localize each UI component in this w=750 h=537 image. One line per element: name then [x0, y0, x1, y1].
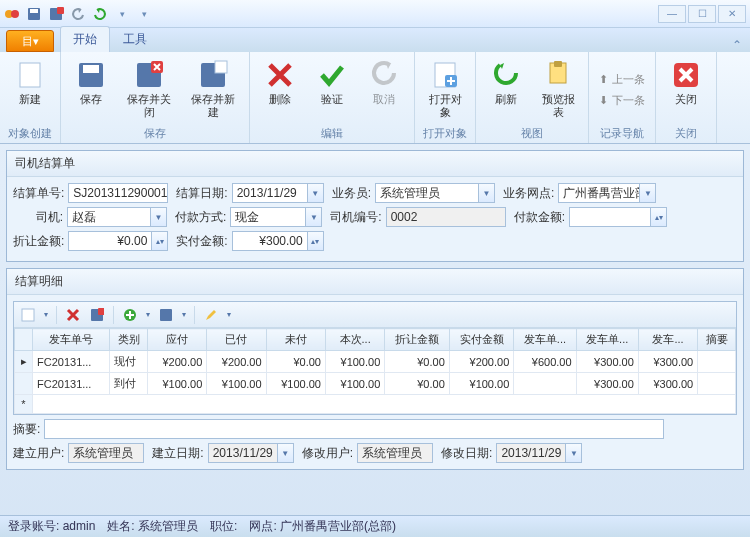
qat-dropdown-icon[interactable]: ▾	[114, 6, 130, 22]
statusbar: 登录账号: admin 姓名: 系统管理员 职位: 网点: 广州番禺营业部(总部…	[0, 515, 750, 537]
spinner-icon[interactable]: ▴▾	[650, 208, 666, 226]
table-row[interactable]: FC20131...到付¥100.00¥100.00¥100.00¥100.00…	[15, 373, 736, 395]
driver-field[interactable]: 赵磊▼	[67, 207, 167, 227]
ribbon-collapse-icon[interactable]: ⌃	[724, 38, 750, 52]
close-button[interactable]: 关闭	[662, 56, 710, 124]
column-header[interactable]: 应付	[147, 329, 206, 351]
redo-icon[interactable]	[92, 6, 108, 22]
cell[interactable]: ¥0.00	[385, 373, 450, 395]
cell[interactable]: 到付	[110, 373, 148, 395]
app-menu-button[interactable]: 目▾	[6, 30, 54, 52]
delete-button[interactable]: 删除	[256, 56, 304, 124]
next-record-button[interactable]: ⬇下一条	[595, 91, 649, 110]
dropdown-icon[interactable]: ▼	[639, 184, 655, 202]
column-header[interactable]: 已付	[207, 329, 266, 351]
cell[interactable]	[698, 373, 736, 395]
dropdown-icon[interactable]: ▼	[305, 208, 321, 226]
add-icon[interactable]	[122, 307, 138, 323]
table-row[interactable]: ▸FC20131...现付¥200.00¥200.00¥0.00¥100.00¥…	[15, 351, 736, 373]
tab-start[interactable]: 开始	[60, 26, 110, 52]
column-header[interactable]: 发车单...	[576, 329, 638, 351]
save-grid-icon[interactable]	[158, 307, 174, 323]
cell[interactable]: FC20131...	[33, 351, 110, 373]
status-branch: 网点: 广州番禺营业部(总部)	[249, 518, 396, 535]
save-row-icon[interactable]	[89, 307, 105, 323]
summary-label: 摘要:	[13, 421, 40, 438]
column-header[interactable]: 摘要	[698, 329, 736, 351]
minimize-button[interactable]: —	[658, 5, 686, 23]
column-header[interactable]: 折让金额	[385, 329, 450, 351]
delete-row-icon[interactable]	[65, 307, 81, 323]
cell[interactable]: ¥200.00	[449, 351, 514, 373]
clerk-field[interactable]: 系统管理员▼	[375, 183, 495, 203]
save-button[interactable]: 保存	[67, 56, 115, 124]
actual-field[interactable]: ¥300.00▴▾	[232, 231, 324, 251]
cell[interactable]: ¥600.00	[514, 351, 576, 373]
save-close-button[interactable]: 保存并关闭	[119, 56, 179, 124]
cell[interactable]: FC20131...	[33, 373, 110, 395]
close-window-button[interactable]: ✕	[718, 5, 746, 23]
modify-date-field: 2013/11/29▼	[496, 443, 582, 463]
dropdown-icon[interactable]: ▼	[307, 184, 323, 202]
tab-tools[interactable]: 工具	[110, 26, 160, 52]
cell[interactable]: ¥200.00	[147, 351, 206, 373]
branch-field[interactable]: 广州番禺营业部▼	[558, 183, 656, 203]
qat-dropdown-icon-2[interactable]: ▾	[136, 6, 152, 22]
cell[interactable]: ¥200.00	[207, 351, 266, 373]
cell[interactable]: ¥100.00	[325, 351, 384, 373]
bill-no-field[interactable]: SJ201311290001	[68, 183, 168, 203]
column-header[interactable]: 未付	[266, 329, 325, 351]
cell[interactable]	[698, 351, 736, 373]
cell[interactable]: ¥0.00	[385, 351, 450, 373]
cell[interactable]: ¥300.00	[638, 351, 697, 373]
cell[interactable]: ¥100.00	[207, 373, 266, 395]
cell[interactable]: ¥100.00	[325, 373, 384, 395]
modify-user-label: 修改用户:	[302, 445, 353, 462]
new-row[interactable]: *	[15, 395, 736, 414]
summary-field[interactable]	[44, 419, 664, 439]
pay-method-field[interactable]: 现金▼	[230, 207, 322, 227]
cell[interactable]: ¥300.00	[576, 373, 638, 395]
bill-date-label: 结算日期:	[176, 185, 227, 202]
discount-field[interactable]: ¥0.00▴▾	[68, 231, 168, 251]
modify-date-label: 修改日期:	[441, 445, 492, 462]
edit-icon[interactable]	[203, 307, 219, 323]
pay-amt-label: 付款金额:	[514, 209, 565, 226]
preview-button[interactable]: 预览报表	[534, 56, 582, 124]
refresh-button[interactable]: 刷新	[482, 56, 530, 124]
cell[interactable]: ¥0.00	[266, 351, 325, 373]
column-header[interactable]: 发车单...	[514, 329, 576, 351]
prev-record-button[interactable]: ⬆上一条	[595, 70, 649, 89]
status-name: 姓名: 系统管理员	[107, 518, 198, 535]
new-button[interactable]: 新建	[6, 56, 54, 124]
dropdown-icon[interactable]: ▼	[478, 184, 494, 202]
column-header[interactable]: 本次...	[325, 329, 384, 351]
pay-amt-field[interactable]: ▴▾	[569, 207, 667, 227]
column-header[interactable]: 类别	[110, 329, 148, 351]
validate-button[interactable]: 验证	[308, 56, 356, 124]
column-header[interactable]: 实付金额	[449, 329, 514, 351]
cell[interactable]: ¥300.00	[638, 373, 697, 395]
save-new-button[interactable]: 保存并新建	[183, 56, 243, 124]
spinner-icon[interactable]: ▴▾	[151, 232, 167, 250]
cancel-button[interactable]: 取消	[360, 56, 408, 124]
column-header[interactable]: 发车单号	[33, 329, 110, 351]
open-object-button[interactable]: 打开对象	[421, 56, 469, 124]
bill-date-field[interactable]: 2013/11/29▼	[232, 183, 324, 203]
save-close-icon[interactable]	[48, 6, 64, 22]
undo-icon[interactable]	[70, 6, 86, 22]
maximize-button[interactable]: ☐	[688, 5, 716, 23]
detail-grid[interactable]: 发车单号类别应付已付未付本次...折让金额实付金额发车单...发车单...发车.…	[14, 328, 736, 414]
cell[interactable]: ¥100.00	[266, 373, 325, 395]
svg-rect-22	[160, 309, 172, 321]
cell[interactable]: 现付	[110, 351, 148, 373]
cell[interactable]: ¥100.00	[147, 373, 206, 395]
column-header[interactable]: 发车...	[638, 329, 697, 351]
cell[interactable]: ¥300.00	[576, 351, 638, 373]
spinner-icon[interactable]: ▴▾	[307, 232, 323, 250]
save-icon[interactable]	[26, 6, 42, 22]
new-row-icon[interactable]	[20, 307, 36, 323]
cell[interactable]	[514, 373, 576, 395]
cell[interactable]: ¥100.00	[449, 373, 514, 395]
dropdown-icon[interactable]: ▼	[150, 208, 166, 226]
